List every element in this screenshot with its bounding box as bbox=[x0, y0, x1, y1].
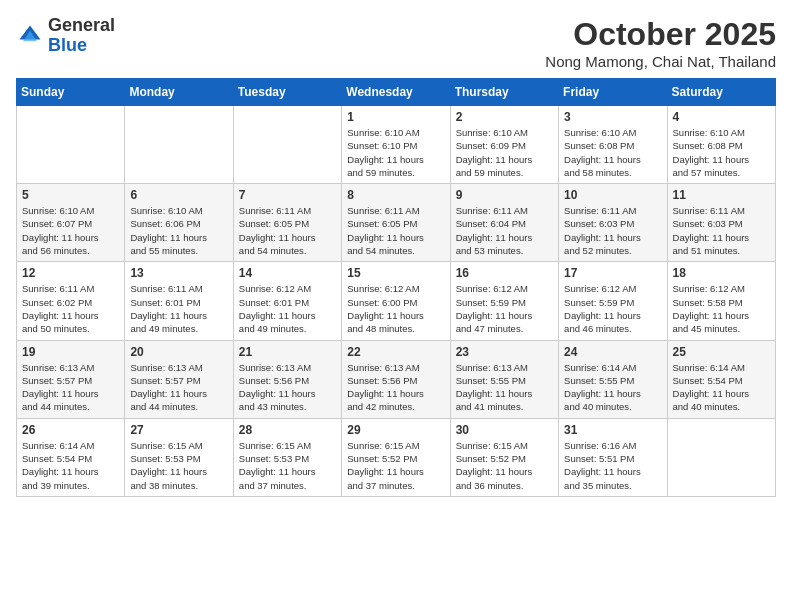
day-info: Sunrise: 6:15 AM Sunset: 5:52 PM Dayligh… bbox=[456, 439, 553, 492]
page-header: General Blue October 2025 Nong Mamong, C… bbox=[16, 16, 776, 70]
weekday-header-monday: Monday bbox=[125, 79, 233, 106]
location-title: Nong Mamong, Chai Nat, Thailand bbox=[545, 53, 776, 70]
day-number: 11 bbox=[673, 188, 770, 202]
calendar-cell: 21Sunrise: 6:13 AM Sunset: 5:56 PM Dayli… bbox=[233, 340, 341, 418]
calendar-cell: 30Sunrise: 6:15 AM Sunset: 5:52 PM Dayli… bbox=[450, 418, 558, 496]
day-number: 8 bbox=[347, 188, 444, 202]
calendar-cell: 5Sunrise: 6:10 AM Sunset: 6:07 PM Daylig… bbox=[17, 184, 125, 262]
calendar-cell: 15Sunrise: 6:12 AM Sunset: 6:00 PM Dayli… bbox=[342, 262, 450, 340]
calendar-cell: 1Sunrise: 6:10 AM Sunset: 6:10 PM Daylig… bbox=[342, 106, 450, 184]
calendar-cell: 7Sunrise: 6:11 AM Sunset: 6:05 PM Daylig… bbox=[233, 184, 341, 262]
weekday-header-row: SundayMondayTuesdayWednesdayThursdayFrid… bbox=[17, 79, 776, 106]
day-number: 31 bbox=[564, 423, 661, 437]
calendar-cell: 2Sunrise: 6:10 AM Sunset: 6:09 PM Daylig… bbox=[450, 106, 558, 184]
weekday-header-thursday: Thursday bbox=[450, 79, 558, 106]
day-info: Sunrise: 6:10 AM Sunset: 6:06 PM Dayligh… bbox=[130, 204, 227, 257]
weekday-header-wednesday: Wednesday bbox=[342, 79, 450, 106]
day-number: 3 bbox=[564, 110, 661, 124]
calendar-cell: 13Sunrise: 6:11 AM Sunset: 6:01 PM Dayli… bbox=[125, 262, 233, 340]
calendar-cell: 26Sunrise: 6:14 AM Sunset: 5:54 PM Dayli… bbox=[17, 418, 125, 496]
day-info: Sunrise: 6:10 AM Sunset: 6:08 PM Dayligh… bbox=[564, 126, 661, 179]
day-info: Sunrise: 6:13 AM Sunset: 5:57 PM Dayligh… bbox=[22, 361, 119, 414]
day-number: 9 bbox=[456, 188, 553, 202]
day-info: Sunrise: 6:15 AM Sunset: 5:53 PM Dayligh… bbox=[130, 439, 227, 492]
week-row-3: 12Sunrise: 6:11 AM Sunset: 6:02 PM Dayli… bbox=[17, 262, 776, 340]
calendar-cell: 23Sunrise: 6:13 AM Sunset: 5:55 PM Dayli… bbox=[450, 340, 558, 418]
day-info: Sunrise: 6:10 AM Sunset: 6:08 PM Dayligh… bbox=[673, 126, 770, 179]
day-number: 6 bbox=[130, 188, 227, 202]
day-info: Sunrise: 6:16 AM Sunset: 5:51 PM Dayligh… bbox=[564, 439, 661, 492]
day-info: Sunrise: 6:11 AM Sunset: 6:03 PM Dayligh… bbox=[564, 204, 661, 257]
day-info: Sunrise: 6:11 AM Sunset: 6:04 PM Dayligh… bbox=[456, 204, 553, 257]
calendar-cell: 12Sunrise: 6:11 AM Sunset: 6:02 PM Dayli… bbox=[17, 262, 125, 340]
day-number: 14 bbox=[239, 266, 336, 280]
day-info: Sunrise: 6:14 AM Sunset: 5:54 PM Dayligh… bbox=[22, 439, 119, 492]
day-info: Sunrise: 6:14 AM Sunset: 5:54 PM Dayligh… bbox=[673, 361, 770, 414]
day-number: 16 bbox=[456, 266, 553, 280]
day-info: Sunrise: 6:12 AM Sunset: 5:59 PM Dayligh… bbox=[564, 282, 661, 335]
calendar-cell: 3Sunrise: 6:10 AM Sunset: 6:08 PM Daylig… bbox=[559, 106, 667, 184]
calendar-cell: 16Sunrise: 6:12 AM Sunset: 5:59 PM Dayli… bbox=[450, 262, 558, 340]
day-number: 10 bbox=[564, 188, 661, 202]
week-row-2: 5Sunrise: 6:10 AM Sunset: 6:07 PM Daylig… bbox=[17, 184, 776, 262]
day-info: Sunrise: 6:13 AM Sunset: 5:55 PM Dayligh… bbox=[456, 361, 553, 414]
day-info: Sunrise: 6:12 AM Sunset: 6:00 PM Dayligh… bbox=[347, 282, 444, 335]
day-number: 12 bbox=[22, 266, 119, 280]
day-number: 5 bbox=[22, 188, 119, 202]
calendar-cell bbox=[667, 418, 775, 496]
day-number: 20 bbox=[130, 345, 227, 359]
day-number: 28 bbox=[239, 423, 336, 437]
day-number: 13 bbox=[130, 266, 227, 280]
calendar-table: SundayMondayTuesdayWednesdayThursdayFrid… bbox=[16, 78, 776, 497]
calendar-cell: 11Sunrise: 6:11 AM Sunset: 6:03 PM Dayli… bbox=[667, 184, 775, 262]
logo: General Blue bbox=[16, 16, 115, 56]
calendar-cell: 10Sunrise: 6:11 AM Sunset: 6:03 PM Dayli… bbox=[559, 184, 667, 262]
weekday-header-tuesday: Tuesday bbox=[233, 79, 341, 106]
calendar-cell: 28Sunrise: 6:15 AM Sunset: 5:53 PM Dayli… bbox=[233, 418, 341, 496]
day-info: Sunrise: 6:11 AM Sunset: 6:05 PM Dayligh… bbox=[347, 204, 444, 257]
calendar-cell: 25Sunrise: 6:14 AM Sunset: 5:54 PM Dayli… bbox=[667, 340, 775, 418]
calendar-cell: 8Sunrise: 6:11 AM Sunset: 6:05 PM Daylig… bbox=[342, 184, 450, 262]
day-info: Sunrise: 6:13 AM Sunset: 5:56 PM Dayligh… bbox=[239, 361, 336, 414]
weekday-header-saturday: Saturday bbox=[667, 79, 775, 106]
day-number: 24 bbox=[564, 345, 661, 359]
logo-icon bbox=[16, 22, 44, 50]
calendar-cell: 18Sunrise: 6:12 AM Sunset: 5:58 PM Dayli… bbox=[667, 262, 775, 340]
calendar-cell bbox=[233, 106, 341, 184]
calendar-cell: 22Sunrise: 6:13 AM Sunset: 5:56 PM Dayli… bbox=[342, 340, 450, 418]
calendar-cell: 24Sunrise: 6:14 AM Sunset: 5:55 PM Dayli… bbox=[559, 340, 667, 418]
day-number: 26 bbox=[22, 423, 119, 437]
calendar-cell: 20Sunrise: 6:13 AM Sunset: 5:57 PM Dayli… bbox=[125, 340, 233, 418]
week-row-5: 26Sunrise: 6:14 AM Sunset: 5:54 PM Dayli… bbox=[17, 418, 776, 496]
month-title: October 2025 bbox=[545, 16, 776, 53]
day-number: 25 bbox=[673, 345, 770, 359]
day-number: 4 bbox=[673, 110, 770, 124]
calendar-cell: 31Sunrise: 6:16 AM Sunset: 5:51 PM Dayli… bbox=[559, 418, 667, 496]
day-number: 17 bbox=[564, 266, 661, 280]
calendar-cell: 27Sunrise: 6:15 AM Sunset: 5:53 PM Dayli… bbox=[125, 418, 233, 496]
calendar-cell bbox=[125, 106, 233, 184]
weekday-header-friday: Friday bbox=[559, 79, 667, 106]
day-info: Sunrise: 6:12 AM Sunset: 6:01 PM Dayligh… bbox=[239, 282, 336, 335]
day-info: Sunrise: 6:13 AM Sunset: 5:57 PM Dayligh… bbox=[130, 361, 227, 414]
day-number: 15 bbox=[347, 266, 444, 280]
day-number: 18 bbox=[673, 266, 770, 280]
day-number: 19 bbox=[22, 345, 119, 359]
calendar-cell: 6Sunrise: 6:10 AM Sunset: 6:06 PM Daylig… bbox=[125, 184, 233, 262]
calendar-cell: 14Sunrise: 6:12 AM Sunset: 6:01 PM Dayli… bbox=[233, 262, 341, 340]
day-number: 21 bbox=[239, 345, 336, 359]
day-number: 29 bbox=[347, 423, 444, 437]
day-number: 22 bbox=[347, 345, 444, 359]
calendar-cell: 9Sunrise: 6:11 AM Sunset: 6:04 PM Daylig… bbox=[450, 184, 558, 262]
day-info: Sunrise: 6:15 AM Sunset: 5:52 PM Dayligh… bbox=[347, 439, 444, 492]
day-info: Sunrise: 6:10 AM Sunset: 6:07 PM Dayligh… bbox=[22, 204, 119, 257]
day-number: 2 bbox=[456, 110, 553, 124]
day-number: 27 bbox=[130, 423, 227, 437]
calendar-cell: 4Sunrise: 6:10 AM Sunset: 6:08 PM Daylig… bbox=[667, 106, 775, 184]
week-row-1: 1Sunrise: 6:10 AM Sunset: 6:10 PM Daylig… bbox=[17, 106, 776, 184]
day-info: Sunrise: 6:15 AM Sunset: 5:53 PM Dayligh… bbox=[239, 439, 336, 492]
day-info: Sunrise: 6:11 AM Sunset: 6:02 PM Dayligh… bbox=[22, 282, 119, 335]
week-row-4: 19Sunrise: 6:13 AM Sunset: 5:57 PM Dayli… bbox=[17, 340, 776, 418]
day-info: Sunrise: 6:13 AM Sunset: 5:56 PM Dayligh… bbox=[347, 361, 444, 414]
calendar-cell: 17Sunrise: 6:12 AM Sunset: 5:59 PM Dayli… bbox=[559, 262, 667, 340]
